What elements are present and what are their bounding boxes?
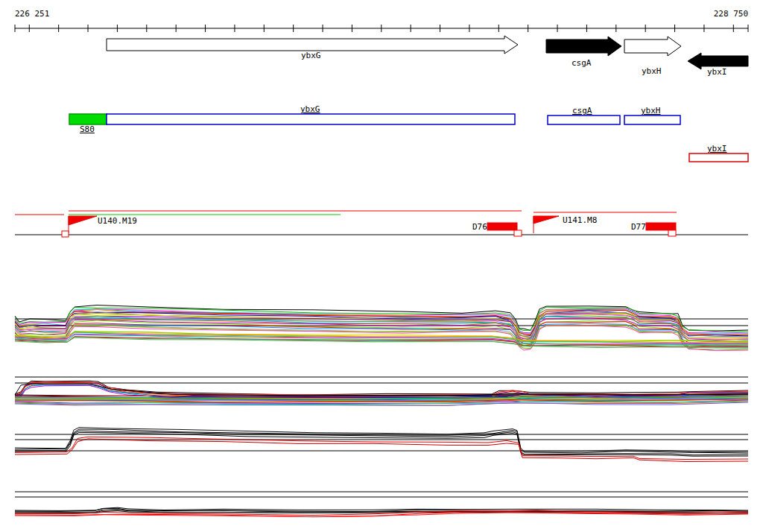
tu-box-D76[interactable] [487,223,517,230]
tu-label-U141.M8: U141.M8 [563,216,597,225]
tu-promoter-flag-U140.M19[interactable] [69,216,97,225]
gene-arrow-ybxH[interactable] [624,37,681,56]
gene-box-ybxH[interactable] [624,115,680,124]
tu-promoter-flag-U141.M8[interactable] [534,216,559,224]
gene-link-ybxI[interactable]: ybxI [707,145,727,153]
gene-box-ybxI[interactable] [689,153,748,162]
gene-box-S80[interactable] [69,114,107,124]
profile-panel-3-line-g0-0 [15,429,748,453]
gene-arrow-label-ybxG: ybxG [301,51,321,60]
gene-box-csgA[interactable] [548,115,620,124]
tu-label-U140.M19: U140.M19 [98,217,137,226]
gene-box-ybxG[interactable] [107,114,515,124]
gene-link-ybxH[interactable]: ybxH [641,107,661,115]
gene-link-S80[interactable]: S80 [80,125,95,134]
tu-open-rect-1 [514,230,522,236]
genome-browser-view: 226 251 228 750 ybxGcsgAybxHybxIS80ybxGc… [0,0,763,532]
tu-open-rect-2 [668,230,676,236]
gene-link-csgA[interactable]: csgA [572,107,592,115]
tracks-canvas [0,0,763,532]
gene-arrow-label-ybxI: ybxI [707,68,727,77]
gene-arrow-label-csgA: csgA [572,59,592,68]
tu-box-D77[interactable] [646,223,676,230]
gene-arrow-label-ybxH: ybxH [642,67,662,76]
tu-box-label-D77: D77 [631,223,646,232]
tu-box-label-D76: D76 [472,223,487,232]
gene-arrow-csgA[interactable] [546,37,621,56]
tu-open-rect-0 [62,231,69,237]
gene-link-ybxG[interactable]: ybxG [300,105,320,114]
